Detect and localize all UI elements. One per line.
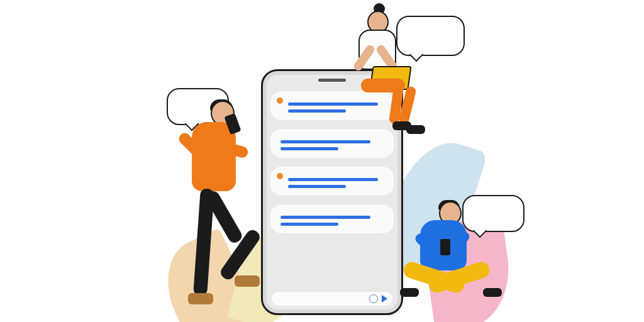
circle-record-icon bbox=[369, 294, 378, 303]
shoe bbox=[483, 288, 502, 297]
messaging-illustration bbox=[0, 0, 644, 322]
shoe bbox=[406, 125, 425, 134]
send-icon bbox=[382, 295, 387, 303]
person-standing-with-phone bbox=[173, 101, 299, 321]
phone-speaker-notch bbox=[318, 79, 346, 82]
message-text-line bbox=[288, 178, 378, 181]
person-with-laptop bbox=[347, 3, 460, 138]
shoe bbox=[235, 275, 260, 287]
shoe bbox=[400, 288, 419, 297]
shoe bbox=[188, 293, 213, 304]
smartphone-icon bbox=[440, 239, 450, 255]
person-sitting-with-phone bbox=[402, 201, 528, 322]
